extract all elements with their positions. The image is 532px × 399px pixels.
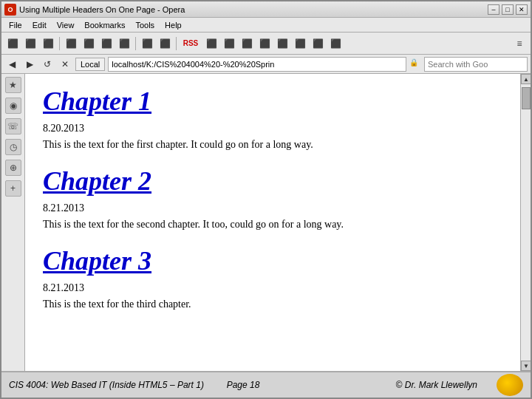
status-page: Page 18 — [227, 380, 260, 390]
toolbar-btn-4[interactable]: ⬛ — [63, 35, 79, 52]
toolbar-btn-2[interactable]: ⬛ — [22, 35, 38, 52]
scrollbar[interactable]: ▲ ▼ — [520, 74, 531, 371]
status-bar: CIS 4004: Web Based IT (Inside HTML5 – P… — [1, 371, 531, 398]
sidebar: ★ ◉ ☏ ◷ ⊕ + — [1, 74, 25, 371]
back-button[interactable]: ◀ — [4, 57, 19, 72]
scroll-up-button[interactable]: ▲ — [521, 74, 531, 84]
toolbar-btn-10[interactable]: RSS — [180, 35, 202, 52]
sidebar-icon-4[interactable]: ◷ — [5, 139, 21, 155]
stop-button[interactable]: ✕ — [58, 57, 72, 72]
toolbar-btn-5[interactable]: ⬛ — [81, 35, 97, 52]
chapter-1: Chapter 1 8.20.2013 This is the text for… — [43, 86, 502, 151]
toolbar-btn-15[interactable]: ⬛ — [274, 35, 290, 52]
sidebar-icon-3[interactable]: ☏ — [5, 118, 21, 134]
chapter-2-heading: Chapter 2 — [43, 166, 502, 197]
reload-button[interactable]: ↺ — [40, 57, 55, 72]
toolbar-btn-9[interactable]: ⬛ — [157, 35, 173, 52]
toolbar-btn-11[interactable]: ⬛ — [203, 35, 219, 52]
chapter-1-date: 8.20.2013 — [43, 123, 502, 134]
browser-window: O Using Multiple Headers On One Page - O… — [0, 0, 532, 399]
toolbar-btn-13[interactable]: ⬛ — [239, 35, 255, 52]
minimize-button[interactable]: – — [488, 4, 499, 15]
menu-tools[interactable]: Tools — [131, 19, 159, 31]
scroll-thumb[interactable] — [522, 87, 531, 109]
sidebar-icon-add[interactable]: + — [5, 180, 21, 197]
menu-edit[interactable]: Edit — [28, 19, 51, 31]
page-content: Chapter 1 8.20.2013 This is the text for… — [25, 74, 520, 371]
toolbar-separator-1 — [59, 37, 60, 50]
menu-bar: File Edit View Bookmarks Tools Help — [1, 18, 531, 33]
toolbar-btn-8[interactable]: ⬛ — [139, 35, 155, 52]
chapter-1-heading: Chapter 1 — [43, 86, 502, 117]
toolbar-btn-16[interactable]: ⬛ — [292, 35, 308, 52]
menu-help[interactable]: Help — [160, 19, 186, 31]
menu-file[interactable]: File — [4, 19, 27, 31]
chapter-1-text: This is the text for the first chapter. … — [43, 139, 502, 151]
close-button[interactable]: ✕ — [516, 4, 528, 15]
sidebar-icon-bookmark[interactable]: ★ — [5, 77, 21, 93]
chapter-3-text: This is the text for the third chapter. — [43, 299, 502, 310]
toolbar-btn-17[interactable]: ⬛ — [310, 35, 326, 52]
opera-logo — [497, 374, 523, 396]
toolbar-separator-2 — [135, 37, 136, 50]
forward-button[interactable]: ▶ — [22, 57, 37, 72]
toolbar-btn-3[interactable]: ⬛ — [40, 35, 56, 52]
local-label: Local — [75, 58, 105, 71]
status-course: CIS 4004: Web Based IT (Inside HTML5 – P… — [9, 380, 212, 390]
lock-icon: 🔒 — [409, 58, 421, 70]
chapter-3-heading: Chapter 3 — [43, 245, 502, 276]
address-input[interactable] — [108, 57, 406, 72]
status-copyright: © Dr. Mark Llewellyn — [274, 380, 477, 390]
toolbar-btn-6[interactable]: ⬛ — [98, 35, 115, 52]
chapter-3: Chapter 3 8.21.2013 This is the text for… — [43, 245, 502, 310]
toolbar-btn-menu[interactable]: ≡ — [511, 35, 528, 52]
toolbar-btn-18[interactable]: ⬛ — [327, 35, 344, 52]
scroll-track[interactable] — [521, 84, 531, 361]
title-bar: O Using Multiple Headers On One Page - O… — [1, 1, 531, 18]
window-title: Using Multiple Headers On One Page - Ope… — [19, 5, 488, 14]
search-input[interactable] — [424, 57, 528, 72]
toolbar-btn-7[interactable]: ⬛ — [116, 35, 132, 52]
chapter-2-date: 8.21.2013 — [43, 202, 502, 214]
scroll-down-button[interactable]: ▼ — [521, 361, 531, 371]
toolbar-separator-3 — [176, 37, 177, 50]
toolbar: ⬛ ⬛ ⬛ ⬛ ⬛ ⬛ ⬛ ⬛ ⬛ RSS ⬛ ⬛ ⬛ ⬛ ⬛ ⬛ ⬛ ⬛ ≡ — [1, 33, 531, 55]
toolbar-btn-14[interactable]: ⬛ — [256, 35, 273, 52]
restore-button[interactable]: □ — [502, 4, 514, 15]
chapter-2-text: This is the text for the second chapter.… — [43, 219, 502, 231]
toolbar-btn-12[interactable]: ⬛ — [221, 35, 237, 52]
chapter-2: Chapter 2 8.21.2013 This is the text for… — [43, 166, 502, 231]
main-area: ★ ◉ ☏ ◷ ⊕ + Chapter 1 8.20.2013 This is … — [1, 74, 531, 371]
opera-icon: O — [4, 4, 16, 16]
address-bar: ◀ ▶ ↺ ✕ Local 🔒 — [1, 55, 531, 74]
window-controls: – □ ✕ — [488, 4, 528, 15]
menu-view[interactable]: View — [52, 19, 79, 31]
toolbar-btn-1[interactable]: ⬛ — [4, 35, 21, 52]
chapter-3-date: 8.21.2013 — [43, 282, 502, 294]
sidebar-icon-2[interactable]: ◉ — [5, 98, 21, 114]
menu-bookmarks[interactable]: Bookmarks — [80, 19, 129, 31]
sidebar-icon-5[interactable]: ⊕ — [5, 160, 21, 176]
